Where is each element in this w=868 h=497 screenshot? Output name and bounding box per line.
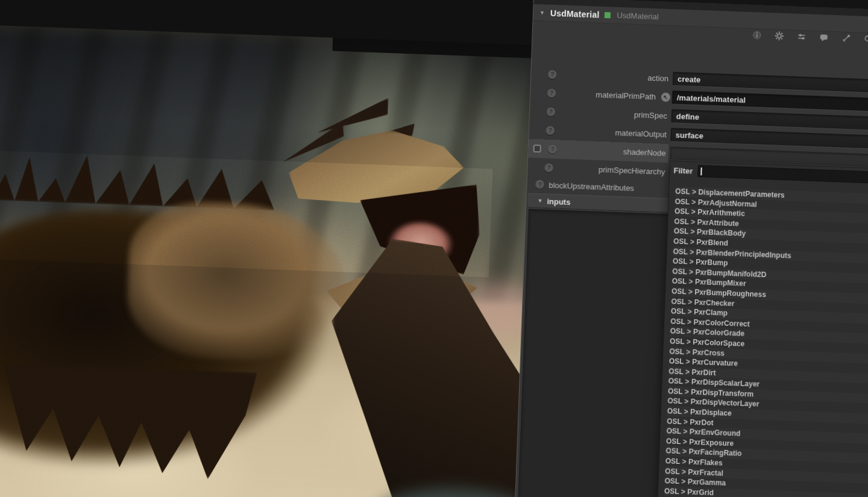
section-collapse-triangle-icon: ▼ [537, 198, 542, 204]
pin-icon[interactable] [841, 33, 851, 43]
node-editor-panel: ▼ UsdMaterial UsdMaterial [514, 0, 868, 497]
comment-icon[interactable] [819, 33, 829, 43]
shader-list: OSL > DisplacementParametersOSL > PxrAdj… [657, 179, 868, 497]
help-icon[interactable]: ? [546, 126, 555, 135]
param-label-primSpec: primSpec [555, 107, 670, 120]
info-icon[interactable] [752, 30, 763, 40]
param-label-action: action [556, 70, 671, 83]
gear-icon[interactable] [775, 31, 785, 41]
help-icon[interactable]: ? [535, 180, 544, 189]
app-window: ▼ UsdMaterial UsdMaterial [0, 0, 868, 497]
help-icon[interactable]: ? [544, 163, 553, 172]
node-title: UsdMaterial [550, 8, 600, 19]
render-image [0, 25, 550, 497]
vignette [0, 25, 550, 497]
text-caret [700, 167, 702, 175]
help-icon[interactable]: ? [547, 89, 556, 98]
param-label-blockUpstreamAttributes: blockUpstreamAttributes [544, 180, 667, 193]
help-icon[interactable]: ? [548, 70, 557, 79]
filter-label: Filter [673, 166, 693, 175]
tilted-ui-wrapper: ▼ UsdMaterial UsdMaterial [0, 0, 868, 497]
param-label-materialPrimPath: materialPrimPath [556, 89, 658, 101]
node-name: UsdMaterial [617, 11, 659, 22]
parameter-list: ? action create ? materialPrimPath ↖ /ma… [514, 32, 868, 497]
scene-path-picker-icon[interactable]: ↖ [661, 93, 671, 102]
param-label-shaderNode: shaderNode [556, 145, 668, 158]
shader-menu-popup: Filter OSL > DisplacementParametersOSL >… [654, 160, 868, 497]
help-icon[interactable]: ? [548, 145, 557, 154]
section-label: inputs [547, 196, 571, 206]
help-icon[interactable]: ? [547, 107, 556, 116]
search-icon[interactable] [863, 34, 868, 45]
plug-toggle-icon[interactable] [533, 145, 541, 152]
collapse-triangle-icon[interactable]: ▼ [539, 10, 545, 16]
viewport-pane[interactable] [0, 0, 534, 497]
param-label-materialOutput: materialOutput [555, 126, 669, 139]
param-label-primSpecHierarchy: primSpecHierarchy [553, 163, 667, 177]
presets-icon[interactable] [796, 32, 807, 42]
node-status-swatch [605, 12, 611, 18]
